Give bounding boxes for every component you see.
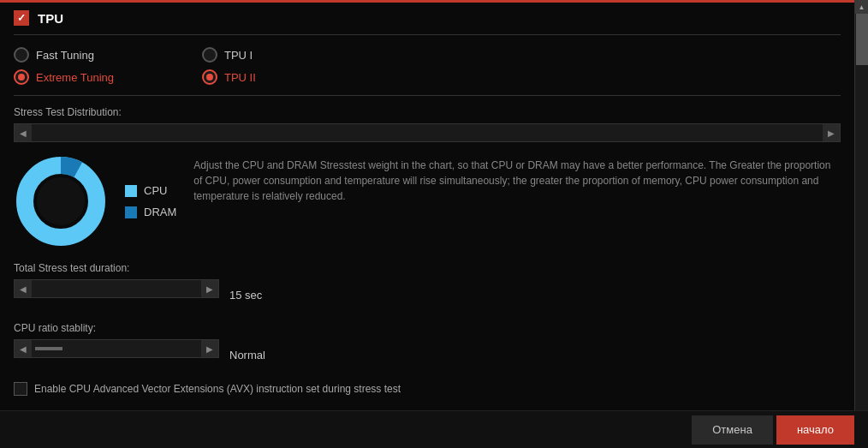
cpu-ratio-slider-right[interactable]: ▶ bbox=[201, 340, 218, 357]
cpu-ratio-slider-left[interactable]: ◀ bbox=[15, 340, 32, 357]
radio-tpu1[interactable]: TPU I bbox=[202, 47, 390, 63]
main-container: TPU Fast Tuning Extreme Tuning bbox=[0, 0, 868, 448]
radio-fast-tuning[interactable]: Fast Tuning bbox=[14, 47, 202, 63]
cpu-ratio-slider-container: ◀ ▶ bbox=[14, 339, 219, 370]
radio-inner-extreme bbox=[18, 74, 25, 81]
stress-test-description: Adjust the CPU and DRAM Stresstest weigh… bbox=[176, 154, 841, 248]
start-button[interactable]: начало bbox=[776, 415, 854, 445]
radio-outer-tpu1 bbox=[202, 47, 217, 63]
duration-slider[interactable]: ◀ ▶ bbox=[14, 279, 219, 298]
divider-1 bbox=[14, 95, 841, 96]
slider-right-btn[interactable]: ▶ bbox=[823, 124, 840, 141]
legend-cpu: CPU bbox=[125, 184, 176, 197]
stress-test-section: Stress Test Distribution: ◀ ▶ bbox=[14, 106, 841, 248]
duration-slider-left[interactable]: ◀ bbox=[15, 280, 32, 297]
legend-dram-color bbox=[125, 206, 137, 218]
duration-slider-container: ◀ ▶ bbox=[14, 279, 219, 310]
radio-label-fast: Fast Tuning bbox=[36, 49, 94, 62]
radio-outer-extreme bbox=[14, 69, 29, 85]
radio-tpu2[interactable]: TPU II bbox=[202, 69, 390, 85]
duration-value: 15 sec bbox=[229, 289, 262, 302]
cpu-ratio-section: CPU ratio stablity: ◀ ▶ Normal bbox=[14, 322, 841, 370]
stress-test-label: Stress Test Distribution: bbox=[14, 106, 841, 118]
tpu-header: TPU bbox=[14, 10, 841, 35]
cpu-ratio-slider[interactable]: ◀ ▶ bbox=[14, 339, 219, 358]
chart-legend: CPU DRAM bbox=[125, 184, 176, 218]
scrollbar-up-arrow[interactable]: ▲ bbox=[855, 0, 869, 14]
avx-checkbox-label: Enable CPU Advanced Vector Extensions (A… bbox=[34, 383, 401, 395]
stress-content: CPU DRAM Adjust the CPU and DRAM Stresst… bbox=[14, 154, 841, 248]
duration-slider-row: ◀ ▶ 15 sec bbox=[14, 279, 841, 310]
bottom-bar: Отмена начало bbox=[0, 410, 868, 448]
scrollbar: ▲ ▼ bbox=[854, 0, 868, 448]
radio-extreme-tuning[interactable]: Extreme Tuning bbox=[14, 69, 202, 85]
radio-group-col2: TPU I TPU II bbox=[202, 47, 390, 85]
legend-cpu-label: CPU bbox=[144, 184, 167, 197]
svg-point-2 bbox=[37, 177, 85, 225]
tpu-checkbox[interactable] bbox=[14, 10, 29, 26]
cpu-ratio-value: Normal bbox=[229, 349, 265, 361]
radio-label-extreme: Extreme Tuning bbox=[36, 71, 114, 84]
tpu-title: TPU bbox=[38, 11, 63, 26]
legend-dram: DRAM bbox=[125, 206, 176, 218]
scrollbar-track[interactable] bbox=[855, 14, 868, 434]
legend-dram-label: DRAM bbox=[144, 206, 176, 218]
duration-slider-right[interactable]: ▶ bbox=[201, 280, 218, 297]
slider-fill bbox=[32, 124, 823, 141]
avx-checkbox[interactable] bbox=[14, 382, 27, 396]
cpu-ratio-fill bbox=[32, 340, 201, 357]
cancel-button[interactable]: Отмена bbox=[692, 415, 773, 445]
radio-row: Fast Tuning Extreme Tuning TPU I bbox=[14, 47, 841, 85]
legend-cpu-color bbox=[125, 185, 137, 197]
chart-area: CPU DRAM bbox=[14, 154, 176, 248]
stress-test-slider[interactable]: ◀ ▶ bbox=[14, 123, 841, 142]
radio-inner-tpu2 bbox=[206, 74, 213, 81]
radio-outer-fast bbox=[14, 47, 29, 63]
radio-outer-tpu2 bbox=[202, 69, 217, 85]
cpu-ratio-label: CPU ratio stablity: bbox=[14, 322, 841, 334]
radio-label-tpu1: TPU I bbox=[224, 49, 253, 62]
slider-left-btn[interactable]: ◀ bbox=[15, 124, 32, 141]
radio-group-col1: Fast Tuning Extreme Tuning bbox=[14, 47, 202, 85]
duration-section: Total Stress test duration: ◀ ▶ 15 sec bbox=[14, 262, 841, 310]
top-border bbox=[0, 0, 854, 3]
radio-label-tpu2: TPU II bbox=[224, 71, 256, 84]
duration-slider-fill bbox=[32, 280, 201, 297]
cpu-ratio-slider-row: ◀ ▶ Normal bbox=[14, 339, 841, 370]
donut-chart bbox=[14, 154, 108, 248]
scrollbar-thumb[interactable] bbox=[856, 14, 868, 65]
content-area: TPU Fast Tuning Extreme Tuning bbox=[0, 0, 854, 448]
avx-checkbox-row: Enable CPU Advanced Vector Extensions (A… bbox=[14, 382, 841, 396]
duration-label: Total Stress test duration: bbox=[14, 262, 841, 274]
